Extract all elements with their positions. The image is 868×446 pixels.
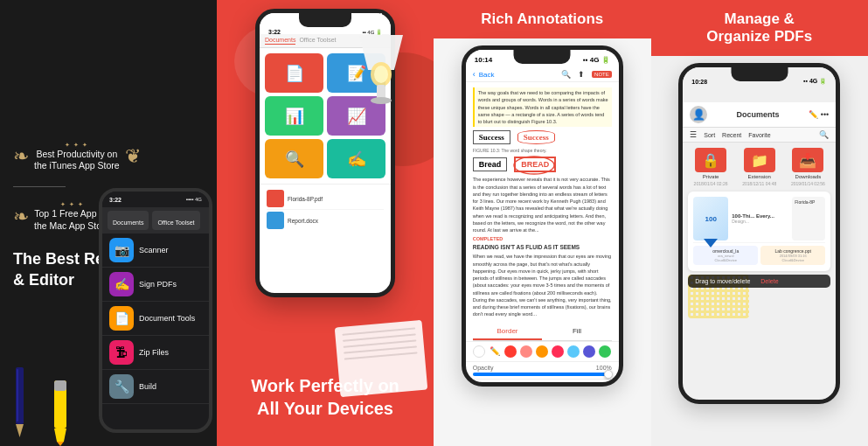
avatar-icon: 👤	[692, 108, 705, 121]
p3-nav-bar: ‹ Back 🔍 ⬆ NOTE	[466, 67, 619, 82]
panel3-phone: 10:14 ▪▪ 4G 🔋 ‹ Back 🔍 ⬆ NOTE The way go…	[462, 45, 623, 387]
file-florida-icon[interactable]: Florida-8P	[792, 197, 825, 240]
p2-file-icon-1	[267, 190, 284, 207]
bread-comparison: Bread BREAD	[473, 157, 612, 172]
bread-highlighted-box: BREAD	[514, 157, 556, 172]
star-row-1: ✦ ✦ ✦	[32, 142, 122, 149]
p2-tile-6: ✍️	[327, 139, 385, 178]
scanner-label: Scanner	[139, 246, 169, 254]
p2-file-list: Florida-8P.pdf Report.docx	[260, 184, 391, 234]
cloud-file-2-source: Cloud&Device	[763, 258, 823, 262]
highlighter-icon	[48, 380, 73, 446]
p2-tile-1: 📄	[265, 53, 323, 93]
signpdf-label: Sign PDFs	[139, 280, 177, 289]
swatch-pink[interactable]	[552, 345, 564, 358]
notebook-lines	[335, 320, 426, 368]
extension-folder-icon[interactable]: 📁	[744, 148, 775, 172]
swatch-white[interactable]	[473, 345, 485, 358]
downloads-date: 2019/01/14 02:56	[791, 181, 825, 186]
p1-tab-office: Office Toolset	[152, 211, 199, 230]
svg-point-10	[374, 66, 388, 83]
panel2-title: Work Perfectly on All Your Devices	[251, 374, 399, 420]
favorite-label[interactable]: Favorite	[748, 132, 770, 138]
swatch-orange[interactable]	[536, 345, 548, 358]
extension-date: 2018/12/11 04:48	[742, 181, 776, 186]
cloud-file-1-source: Cloud&Device	[696, 258, 755, 262]
file-florida-label: Florida-8P	[792, 197, 825, 207]
downloads-label: Downloads	[795, 174, 822, 179]
panel-red: 3:22 ▪▪ 4G 🔋 Documents Office Toolset 📄 …	[217, 0, 434, 446]
p3-time: 10:14	[475, 56, 492, 64]
edit-icon-p4[interactable]: ✏️	[809, 110, 818, 119]
p3-signal: ▪▪ 4G 🔋	[583, 56, 610, 64]
p2-tab-docs: Documents	[265, 37, 295, 45]
search-icon-p4[interactable]: 🔍	[819, 130, 829, 139]
tab-fill[interactable]: Fill	[542, 324, 612, 340]
svg-marker-6	[57, 442, 64, 446]
figure-caption: FIGURE 10.3: The word shape theory.	[473, 148, 612, 153]
p3-thickness-row: Thickness 10	[466, 379, 619, 387]
opacity-slider-track[interactable]	[473, 373, 612, 376]
pdf-icon: 📄	[285, 64, 304, 83]
panel2-title-line1: Work Perfectly on	[251, 376, 399, 395]
panel-dark: ❧ ✦ ✦ ✦ Best Productivity on the iTunes …	[0, 0, 217, 446]
p1-tab-office-label: Office Toolset	[157, 220, 194, 226]
back-chevron-icon: ‹	[473, 70, 476, 79]
completed-text: COMPLETED	[473, 236, 612, 241]
p4-notch	[731, 67, 788, 81]
pen-icon	[9, 367, 31, 442]
signpdf-icon: ✍️	[115, 277, 129, 291]
success-comparison: Success Success	[473, 130, 612, 144]
svg-marker-1	[16, 424, 24, 437]
opacity-slider-fill	[473, 373, 612, 376]
swatch-green[interactable]	[599, 345, 611, 358]
p1-signal: ▪▪▪▪ 4G	[186, 197, 202, 202]
doctools-label: Document Tools	[139, 314, 195, 323]
private-folder-icon[interactable]: 🔒	[695, 148, 726, 172]
p1-tab-label: Documents	[113, 220, 143, 226]
delete-tooltip-text: Delete	[760, 278, 778, 284]
svg-marker-5	[54, 429, 66, 442]
file-100things-number: 100	[705, 215, 717, 223]
p3-notch	[514, 50, 571, 64]
tab-border[interactable]: Border	[473, 324, 543, 340]
bottom-decoration	[0, 324, 217, 446]
p4-signal: ▪▪ 4G 🔋	[803, 78, 827, 85]
pencil-tool[interactable]: ✏️	[489, 345, 501, 358]
laurel-left-1: ❧	[13, 147, 29, 166]
excel-icon: 📊	[285, 107, 304, 126]
scanner-icon-box: 📷	[109, 238, 134, 262]
badge-divider	[13, 186, 66, 187]
swatch-red2[interactable]	[520, 345, 532, 358]
tab-fill-label: Fill	[573, 327, 581, 335]
menu-item-scanner: 📷 Scanner	[102, 233, 209, 268]
opacity-slider-thumb[interactable]	[604, 370, 613, 379]
file-100things-icon[interactable]: 100	[693, 197, 728, 240]
sort-label[interactable]: Sort	[704, 132, 715, 138]
p4-header-actions: ✏️ •••	[809, 110, 829, 119]
p2-tab-office: Office Toolset	[299, 37, 336, 45]
recent-label[interactable]: Recent	[722, 132, 741, 138]
swatch-blue[interactable]	[567, 345, 580, 358]
note-badge: NOTE	[592, 71, 612, 78]
p3-opacity-row: Opacity 100%	[466, 361, 619, 379]
svg-rect-4	[54, 380, 66, 391]
swatch-purple[interactable]	[583, 345, 595, 358]
menu-item-signpdf: ✍️ Sign PDFs	[102, 268, 209, 302]
thickness-label: Thickness	[473, 382, 501, 387]
panel-manage: Manage & Organize PDFs 10:28 ▪▪ 4G 🔋 👤 D…	[651, 0, 869, 446]
svg-rect-2	[17, 369, 18, 422]
p2-tile-5: 🔍	[265, 139, 323, 178]
reading-heading: READING ISN'T AS FLUID AS IT SEEMS	[473, 244, 612, 250]
p4-toolbar: ☰ Sort Recent Favorite 🔍	[683, 128, 836, 143]
p4-avatar[interactable]: 👤	[690, 106, 707, 123]
panel2-title-line2: All Your Devices	[257, 399, 393, 418]
more-icon-p4[interactable]: •••	[821, 110, 829, 119]
swatch-red[interactable]	[504, 345, 517, 358]
thickness-value: 10	[605, 382, 612, 387]
downloads-folder-icon[interactable]: 📥	[792, 148, 823, 172]
list-view-icon[interactable]: ☰	[690, 130, 697, 139]
panel-annotations: Rich Annotations 10:14 ▪▪ 4G 🔋 ‹ Back 🔍 …	[434, 0, 651, 446]
folder-extension: 📁 Extension 2018/12/11 04:48	[737, 148, 782, 186]
badge-itunes: ❧ ✦ ✦ ✦ Best Productivity on the iTunes …	[13, 142, 141, 172]
